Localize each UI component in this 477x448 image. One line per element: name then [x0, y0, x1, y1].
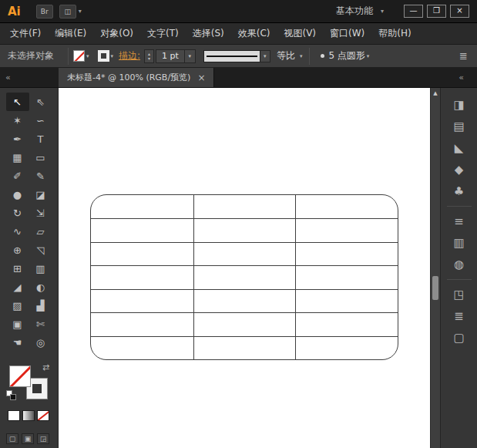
swatches-panel-icon[interactable]: ▤ [441, 116, 477, 137]
perspective-grid-tool[interactable]: ◹ [29, 241, 52, 259]
eyedropper-tool[interactable]: ◢ [6, 278, 29, 296]
line-segment-tool[interactable]: ▦ [6, 148, 29, 167]
menu-item[interactable]: 文字(T) [140, 23, 186, 44]
menu-item[interactable]: 帮助(H) [371, 23, 418, 44]
table-row-line [91, 289, 398, 290]
brush-dropdown-icon[interactable]: ▾ [367, 53, 370, 59]
artboards-panel-icon[interactable]: ▢ [441, 327, 477, 349]
dock-divider [447, 279, 472, 280]
collapse-toolbar-icon[interactable]: « [0, 68, 59, 87]
swap-fill-stroke-icon[interactable]: ⇄ [42, 362, 49, 372]
stroke-swatch-control[interactable] [98, 50, 109, 62]
close-button[interactable]: × [450, 5, 469, 18]
direct-selection-tool[interactable]: ⇖ [29, 93, 52, 111]
zoom-tool[interactable]: ◎ [29, 333, 52, 352]
graphic-styles-panel-icon[interactable]: ♣ [441, 180, 477, 202]
table-column-line [295, 195, 296, 359]
transparency-panel-icon[interactable]: ◍ [441, 254, 477, 275]
artboard-tool[interactable]: ▣ [6, 315, 29, 333]
menu-item[interactable]: 视图(V) [277, 23, 323, 44]
scrollbar-thumb[interactable] [432, 276, 438, 300]
stroke-panel-link[interactable]: 描边: [119, 49, 140, 62]
scroll-up-icon[interactable]: ▲ [431, 90, 440, 96]
arrange-documents-dropdown-icon[interactable]: ▾ [79, 8, 82, 15]
appearance-panel-icon[interactable]: ◳ [441, 284, 477, 305]
layers-panel-icon[interactable]: ≣ [441, 305, 477, 327]
symbols-panel-icon[interactable]: ◆ [441, 159, 477, 180]
pencil-tool[interactable]: ✎ [29, 167, 52, 185]
bridge-icon[interactable]: Br [36, 5, 53, 19]
document-tab[interactable]: 未标题-4* @ 100% (RGB/预览) × [59, 68, 214, 87]
profile-name-dropdown-icon[interactable]: ▾ [300, 53, 303, 59]
none-button[interactable] [37, 410, 49, 421]
stepper-down-icon[interactable]: ▾ [148, 56, 150, 61]
color-button[interactable] [8, 410, 20, 421]
control-bar-menu-icon[interactable]: ≣ [459, 50, 468, 62]
menu-item[interactable]: 编辑(E) [48, 23, 93, 44]
blend-tool[interactable]: ◐ [29, 278, 52, 296]
eraser-tool[interactable]: ◪ [29, 185, 52, 204]
menu-item[interactable]: 对象(O) [93, 23, 140, 44]
menu-item[interactable]: 窗口(W) [323, 23, 371, 44]
workspace-switcher[interactable]: 基本功能 ▾ [336, 5, 384, 18]
fill-swatch[interactable] [9, 365, 31, 387]
width-profile-dropdown-icon[interactable]: ▾ [260, 50, 270, 62]
stroke-panel-icon[interactable]: ≡ [441, 211, 477, 232]
rectangle-tool[interactable]: ▭ [29, 148, 52, 167]
lasso-tool[interactable]: ∽ [29, 111, 52, 130]
mesh-tool[interactable]: ⊞ [6, 259, 29, 278]
width-tool[interactable]: ∿ [6, 222, 29, 241]
default-fill-stroke-icon[interactable] [6, 390, 16, 400]
tab-close-icon[interactable]: × [197, 72, 205, 83]
collapse-dock-icon[interactable]: « [459, 68, 477, 87]
table-column-line [193, 195, 194, 359]
shape-builder-tool[interactable]: ⊕ [6, 241, 29, 259]
workspace-dropdown-icon: ▾ [381, 8, 384, 15]
fill-swatch-control[interactable] [73, 50, 85, 62]
stroke-dropdown-icon[interactable]: ▾ [111, 53, 114, 59]
canvas[interactable] [59, 88, 430, 448]
paintbrush-tool[interactable]: ✐ [6, 167, 29, 185]
pen-tool[interactable]: ✒ [6, 130, 29, 148]
free-transform-tool[interactable]: ▱ [29, 222, 52, 241]
gradient-button[interactable] [22, 410, 35, 421]
symbol-sprayer-tool[interactable]: ▨ [6, 296, 29, 315]
control-bar: 未选择对象 ▾ ▾ 描边: ▴ ▾ 1 pt ▾ ▾ 等比 ▾ 5 点圆形 ▾ … [0, 45, 477, 68]
color-panel-icon[interactable]: ◨ [441, 94, 477, 116]
rotate-tool[interactable]: ↻ [6, 204, 29, 222]
blob-brush-tool[interactable]: ● [6, 185, 29, 204]
stroke-weight-stepper[interactable]: ▴ ▾ [144, 49, 154, 63]
gradient-panel-icon[interactable]: ▥ [441, 232, 477, 254]
width-profile-preview[interactable] [203, 50, 260, 62]
document-tab-title: 未标题-4* @ 100% (RGB/预览) [67, 72, 190, 83]
titlebar-right: 基本功能 ▾ — ❐ × [336, 5, 477, 18]
table-row-line [91, 265, 398, 266]
stroke-weight-dropdown-icon[interactable]: ▾ [184, 50, 195, 62]
table-row-line [91, 312, 398, 313]
hand-tool[interactable]: ☚ [6, 333, 29, 352]
vertical-scrollbar[interactable]: ▲ [430, 88, 440, 448]
slice-tool[interactable]: ✄ [29, 315, 52, 333]
menu-item[interactable]: 文件(F) [3, 23, 48, 44]
column-graph-tool[interactable]: ▟ [29, 296, 52, 315]
table-shape[interactable] [90, 194, 398, 360]
scale-tool[interactable]: ⇲ [29, 204, 52, 222]
fill-dropdown-icon[interactable]: ▾ [86, 53, 89, 59]
brushes-panel-icon[interactable]: ◣ [441, 137, 477, 159]
stroke-weight-combo[interactable]: 1 pt ▾ [156, 49, 196, 63]
arrange-documents-icon[interactable]: ◫ [59, 5, 76, 19]
restore-button[interactable]: ❐ [427, 5, 446, 18]
magic-wand-tool[interactable]: ✶ [6, 111, 29, 130]
workspace-label: 基本功能 [336, 5, 373, 18]
draw-normal-icon[interactable]: ▢ [6, 433, 18, 444]
gradient-tool[interactable]: ▥ [29, 259, 52, 278]
menu-item[interactable]: 效果(C) [231, 23, 277, 44]
type-tool[interactable]: T [29, 130, 52, 148]
draw-behind-icon[interactable]: ▣ [22, 433, 34, 444]
draw-inside-icon[interactable]: ◲ [37, 433, 49, 444]
selection-tool[interactable]: ↖ [6, 93, 29, 111]
menu-item[interactable]: 选择(S) [186, 23, 231, 44]
tab-strip: « 未标题-4* @ 100% (RGB/预览) × « [0, 68, 477, 88]
minimize-button[interactable]: — [404, 5, 423, 18]
illustrator-window: Ai Br ◫ ▾ 基本功能 ▾ — ❐ × 文件(F)编辑(E)对象(O)文字… [0, 0, 477, 448]
